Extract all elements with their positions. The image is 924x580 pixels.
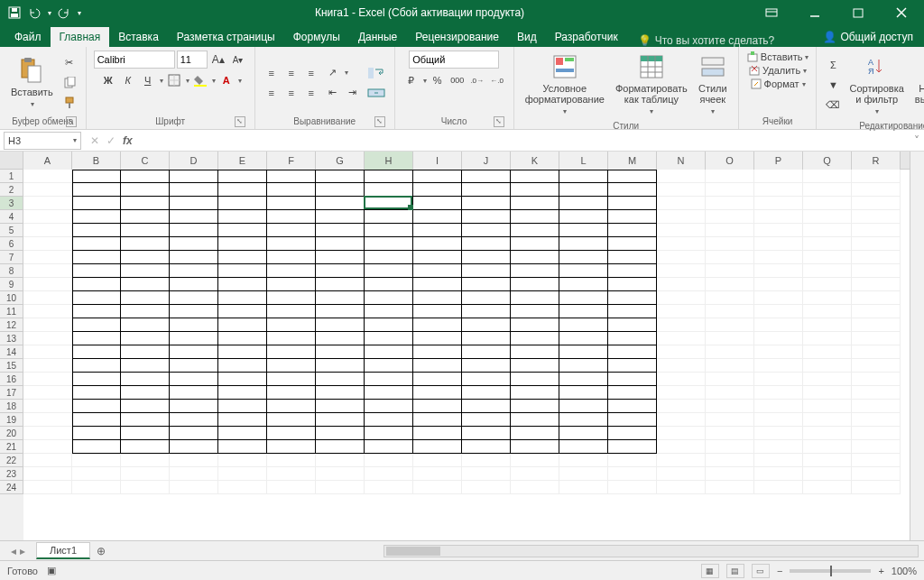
- vertical-scrollbar[interactable]: [910, 152, 924, 540]
- row-header[interactable]: 3: [0, 197, 23, 210]
- zoom-in-icon[interactable]: +: [878, 566, 883, 576]
- undo-icon[interactable]: [27, 5, 42, 20]
- orientation-icon[interactable]: ↗: [324, 64, 342, 82]
- page-layout-view-icon[interactable]: ▤: [726, 564, 744, 578]
- number-dialog-launcher[interactable]: ⤡: [494, 116, 504, 127]
- row-header[interactable]: 20: [0, 427, 23, 440]
- column-header[interactable]: M: [608, 152, 657, 170]
- row-header[interactable]: 21: [0, 440, 23, 454]
- tab-formulas[interactable]: Формулы: [284, 27, 349, 47]
- align-middle-icon[interactable]: ≡: [282, 64, 300, 82]
- tab-review[interactable]: Рецензирование: [406, 27, 508, 47]
- find-select-button[interactable]: Найти и выделить▾: [911, 51, 924, 119]
- cells-area[interactable]: [23, 170, 910, 540]
- row-header[interactable]: 12: [0, 318, 23, 332]
- align-left-icon[interactable]: ≡: [263, 84, 281, 102]
- undo-dropdown-icon[interactable]: ▾: [48, 9, 51, 17]
- fill-dropdown[interactable]: ▾: [212, 77, 216, 85]
- increase-decimal-icon[interactable]: .0→: [468, 71, 486, 89]
- copy-icon[interactable]: [60, 74, 79, 92]
- font-name-combo[interactable]: [94, 51, 175, 69]
- sort-filter-button[interactable]: AЯ Сортировка и фильтр▾: [845, 51, 907, 119]
- normal-view-icon[interactable]: ▦: [701, 564, 719, 578]
- column-header[interactable]: Q: [803, 152, 852, 170]
- underline-button[interactable]: Ч: [139, 71, 157, 89]
- column-header[interactable]: K: [511, 152, 559, 170]
- row-header[interactable]: 14: [0, 345, 23, 359]
- wrap-text-icon[interactable]: [365, 64, 387, 82]
- column-header[interactable]: B: [72, 152, 121, 170]
- paste-button[interactable]: Вставить▾: [7, 54, 57, 112]
- column-header[interactable]: P: [754, 152, 803, 170]
- merge-icon[interactable]: [365, 84, 387, 102]
- row-header[interactable]: 15: [0, 359, 23, 373]
- zoom-out-icon[interactable]: −: [777, 566, 782, 576]
- column-header[interactable]: A: [23, 152, 72, 170]
- share-button[interactable]: 👤Общий доступ: [812, 27, 924, 47]
- align-top-icon[interactable]: ≡: [263, 64, 281, 82]
- row-header[interactable]: 18: [0, 400, 23, 413]
- zoom-slider[interactable]: [790, 569, 871, 573]
- expand-formula-bar-icon[interactable]: ˅: [910, 134, 924, 147]
- tab-view[interactable]: Вид: [508, 27, 546, 47]
- column-header[interactable]: G: [316, 152, 365, 170]
- minimize-icon[interactable]: [794, 0, 836, 25]
- redo-icon[interactable]: [57, 5, 71, 20]
- tab-file[interactable]: Файл: [5, 27, 51, 47]
- column-header[interactable]: F: [267, 152, 316, 170]
- column-header[interactable]: O: [706, 152, 754, 170]
- borders-dropdown[interactable]: ▾: [186, 77, 189, 85]
- qat-customize-icon[interactable]: ▾: [78, 9, 81, 17]
- increase-font-icon[interactable]: A▴: [209, 51, 227, 69]
- row-header[interactable]: 8: [0, 264, 23, 278]
- column-header[interactable]: R: [852, 152, 901, 170]
- row-header[interactable]: 10: [0, 291, 23, 305]
- increase-indent-icon[interactable]: ⇥: [344, 84, 362, 102]
- formula-input[interactable]: [133, 132, 910, 150]
- align-right-icon[interactable]: ≡: [302, 84, 320, 102]
- row-header[interactable]: 23: [0, 467, 23, 481]
- close-icon[interactable]: [881, 0, 922, 25]
- fill-color-icon[interactable]: [191, 71, 209, 89]
- column-header[interactable]: E: [218, 152, 267, 170]
- cut-icon[interactable]: ✂: [60, 54, 79, 72]
- page-break-view-icon[interactable]: ▭: [752, 564, 770, 578]
- borders-icon[interactable]: [165, 71, 183, 89]
- cancel-formula-icon[interactable]: ✕: [90, 134, 99, 147]
- align-dialog-launcher[interactable]: ⤡: [374, 116, 385, 127]
- autosum-icon[interactable]: Σ: [824, 56, 842, 74]
- font-size-combo[interactable]: [177, 51, 208, 69]
- row-header[interactable]: 16: [0, 373, 23, 386]
- name-box[interactable]: H3▾: [4, 132, 81, 150]
- sheet-nav[interactable]: ◂ ▸: [0, 545, 36, 557]
- tab-page-layout[interactable]: Разметка страницы: [168, 27, 284, 47]
- underline-dropdown[interactable]: ▾: [160, 77, 163, 85]
- horizontal-scrollbar[interactable]: [383, 545, 919, 557]
- delete-cells-button[interactable]: Удалить▾: [748, 64, 807, 77]
- percent-format-icon[interactable]: %: [429, 71, 447, 89]
- select-all-corner[interactable]: [0, 152, 23, 170]
- tell-me[interactable]: 💡Что вы хотите сделать?: [638, 34, 775, 47]
- accounting-format-icon[interactable]: ₽: [402, 71, 420, 89]
- fill-icon[interactable]: ▼: [824, 76, 842, 94]
- ribbon-display-icon[interactable]: [751, 0, 792, 25]
- row-header[interactable]: 19: [0, 413, 23, 427]
- row-header[interactable]: 1: [0, 170, 23, 183]
- column-header[interactable]: I: [413, 152, 462, 170]
- fx-icon[interactable]: fx: [123, 134, 133, 147]
- row-header[interactable]: 24: [0, 481, 23, 494]
- align-center-icon[interactable]: ≡: [282, 84, 300, 102]
- row-header[interactable]: 17: [0, 386, 23, 400]
- format-cells-button[interactable]: Формат▾: [750, 78, 806, 90]
- row-header[interactable]: 11: [0, 305, 23, 318]
- column-header[interactable]: J: [462, 152, 511, 170]
- column-header[interactable]: L: [559, 152, 608, 170]
- row-header[interactable]: 7: [0, 251, 23, 264]
- macro-record-icon[interactable]: ▣: [47, 565, 56, 576]
- tab-insert[interactable]: Вставка: [109, 27, 168, 47]
- new-sheet-button[interactable]: ⊕: [90, 545, 112, 557]
- tab-data[interactable]: Данные: [349, 27, 406, 47]
- column-header[interactable]: H: [365, 152, 413, 170]
- row-header[interactable]: 5: [0, 224, 23, 237]
- bold-button[interactable]: Ж: [99, 71, 117, 89]
